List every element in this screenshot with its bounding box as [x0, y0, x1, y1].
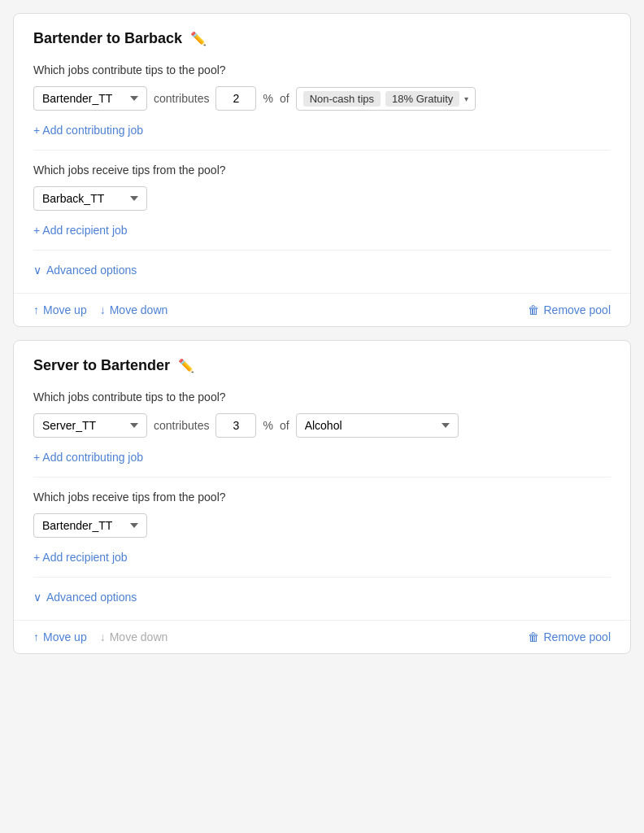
- recipient-row-2: Bartender_TT: [33, 513, 611, 538]
- percent-input-2[interactable]: [215, 413, 256, 438]
- divider-1b: [33, 250, 611, 251]
- move-up-label-2: Move up: [43, 630, 87, 643]
- recipient-job-select-2[interactable]: Bartender_TT: [33, 513, 147, 538]
- arrow-down-icon-2: ↓: [100, 630, 106, 643]
- chevron-down-icon-2: ∨: [33, 591, 41, 604]
- pool-title-2: Server to Bartender: [33, 357, 170, 374]
- contributes-text-1: contributes: [154, 92, 209, 105]
- add-recipient-job-btn-2[interactable]: + Add recipient job: [33, 551, 128, 564]
- pool-title-row-1: Bartender to Barback ✏️: [33, 30, 611, 47]
- recipient-label-2: Which jobs receive tips from the pool?: [33, 491, 611, 504]
- remove-pool-btn-1[interactable]: 🗑 Remove pool: [528, 303, 611, 316]
- add-contributing-job-btn-2[interactable]: + Add contributing job: [33, 451, 143, 464]
- contribute-row-1: Bartender_TT contributes % of Non-cash t…: [33, 86, 611, 111]
- contribute-row-2: Server_TT contributes % of Alcohol: [33, 413, 611, 438]
- move-up-label-1: Move up: [43, 303, 87, 316]
- pool-body-2: Server to Bartender ✏️ Which jobs contri…: [14, 341, 630, 620]
- edit-icon-1[interactable]: ✏️: [190, 31, 207, 46]
- arrow-up-icon-2: ↑: [33, 630, 39, 643]
- recipient-label-1: Which jobs receive tips from the pool?: [33, 164, 611, 177]
- tip-type-arrow-1: ▾: [464, 94, 468, 103]
- contributing-job-select-1[interactable]: Bartender_TT: [33, 86, 147, 111]
- remove-pool-btn-2[interactable]: 🗑 Remove pool: [528, 630, 611, 643]
- of-text-1: of: [280, 92, 289, 105]
- edit-icon-2[interactable]: ✏️: [178, 358, 194, 373]
- of-text-2: of: [280, 419, 289, 432]
- divider-2a: [33, 477, 611, 478]
- remove-pool-label-2: Remove pool: [544, 630, 611, 643]
- pool-body-1: Bartender to Barback ✏️ Which jobs contr…: [14, 14, 630, 293]
- tip-type-select-wrapper-1[interactable]: Non-cash tips 18% Gratuity ▾: [296, 87, 476, 111]
- pool-title-row-2: Server to Bartender ✏️: [33, 357, 611, 374]
- chevron-down-icon-1: ∨: [33, 264, 41, 277]
- percent-symbol-2: %: [263, 419, 272, 432]
- pool-footer-2: ↑ Move up ↓ Move down 🗑 Remove pool: [14, 620, 630, 653]
- remove-pool-label-1: Remove pool: [544, 303, 611, 316]
- percent-symbol-1: %: [263, 92, 272, 105]
- add-contributing-job-btn-1[interactable]: + Add contributing job: [33, 124, 143, 137]
- pool-footer-1: ↑ Move up ↓ Move down 🗑 Remove pool: [14, 293, 630, 326]
- advanced-options-label-1: Advanced options: [46, 264, 137, 277]
- footer-left-2: ↑ Move up ↓ Move down: [33, 630, 168, 643]
- move-down-label-1: Move down: [110, 303, 168, 316]
- contribute-label-2: Which jobs contribute tips to the pool?: [33, 390, 611, 403]
- move-up-btn-2[interactable]: ↑ Move up: [33, 630, 87, 643]
- trash-icon-2: 🗑: [528, 630, 539, 643]
- pool-card-2: Server to Bartender ✏️ Which jobs contri…: [13, 340, 631, 654]
- tip-tag-gratuity: 18% Gratuity: [385, 91, 459, 107]
- contributes-text-2: contributes: [154, 419, 209, 432]
- tip-type-select-2[interactable]: Alcohol: [296, 413, 459, 438]
- arrow-up-icon-1: ↑: [33, 303, 39, 316]
- arrow-down-icon-1: ↓: [100, 303, 106, 316]
- move-down-btn-2: ↓ Move down: [100, 630, 168, 643]
- move-up-btn-1[interactable]: ↑ Move up: [33, 303, 87, 316]
- add-recipient-job-btn-1[interactable]: + Add recipient job: [33, 224, 128, 237]
- contribute-label-1: Which jobs contribute tips to the pool?: [33, 63, 611, 76]
- move-down-btn-1[interactable]: ↓ Move down: [100, 303, 168, 316]
- recipient-job-select-1[interactable]: Barback_TT: [33, 186, 147, 211]
- divider-1a: [33, 150, 611, 150]
- trash-icon-1: 🗑: [528, 303, 539, 316]
- divider-2b: [33, 577, 611, 578]
- footer-left-1: ↑ Move up ↓ Move down: [33, 303, 168, 316]
- tip-tag-non-cash: Non-cash tips: [303, 91, 381, 107]
- recipient-row-1: Barback_TT: [33, 186, 611, 211]
- pool-card-1: Bartender to Barback ✏️ Which jobs contr…: [13, 13, 631, 327]
- advanced-options-2[interactable]: ∨ Advanced options: [33, 591, 611, 604]
- advanced-options-1[interactable]: ∨ Advanced options: [33, 264, 611, 277]
- contributing-job-select-2[interactable]: Server_TT: [33, 413, 147, 438]
- percent-input-1[interactable]: [215, 86, 256, 111]
- advanced-options-label-2: Advanced options: [46, 591, 137, 604]
- move-down-label-2: Move down: [110, 630, 168, 643]
- pool-title-1: Bartender to Barback: [33, 30, 182, 47]
